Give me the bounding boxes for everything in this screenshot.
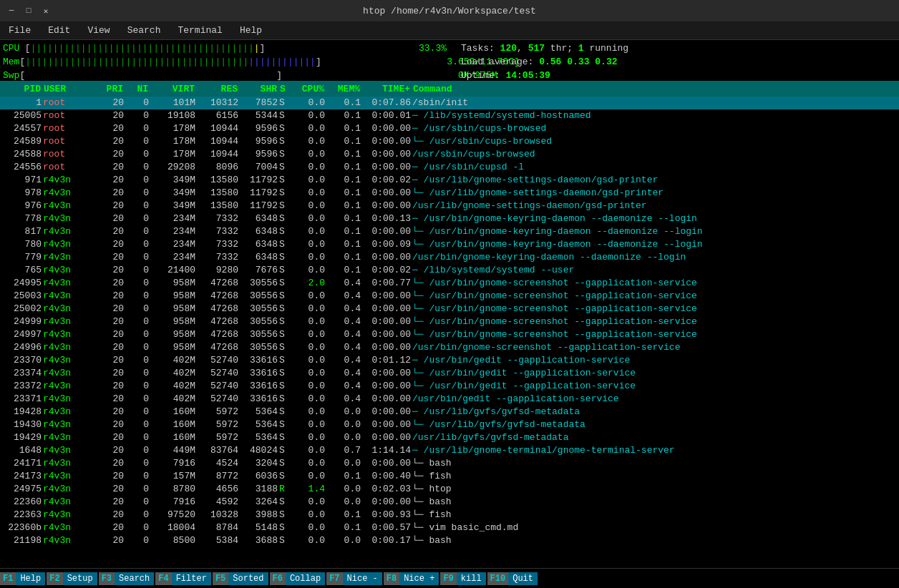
table-row[interactable]: 779 r4v3n 20 0 234M 7332 6348 S 0.0 0.1 … (0, 251, 899, 264)
swp-label: Swp (3, 69, 19, 82)
fn-label-F9[interactable]: kill (457, 572, 486, 585)
table-row[interactable]: 19428 r4v3n 20 0 160M 5972 5364 S 0.0 0.… (0, 406, 899, 418)
table-row[interactable]: 24171 r4v3n 20 0 7916 4524 3204 S 0.0 0.… (0, 457, 899, 470)
minimize-btn[interactable]: ─ (6, 5, 17, 16)
header-s[interactable]: S (278, 84, 290, 94)
mem-label: Mem (3, 55, 19, 69)
table-row[interactable]: 22363 r4v3n 20 0 97520 10328 3988 S 0.0 … (0, 509, 899, 521)
fn-label-F1[interactable]: Help (16, 572, 45, 585)
load-line: Load average: 0.56 0.33 0.32 (461, 55, 896, 69)
fn-key-F3[interactable]: F3 (99, 572, 115, 585)
process-list: 1 root 20 0 101M 10312 7852 S 0.0 0.1 0:… (0, 97, 899, 568)
table-row[interactable]: 1648 r4v3n 20 0 449M 83764 48024 S 0.0 0… (0, 444, 899, 457)
table-row[interactable]: 24589 root 20 0 178M 10944 9596 S 0.0 0.… (0, 135, 899, 148)
maximize-btn[interactable]: □ (23, 5, 34, 16)
table-row[interactable]: 976 r4v3n 20 0 349M 13580 11792 S 0.0 0.… (0, 200, 899, 212)
mem-bar-green: |||||||||||||||||||||||||||||||||||||||| (25, 55, 248, 69)
fn-key-F8[interactable]: F8 (384, 572, 399, 585)
table-row[interactable]: 24975 r4v3n 20 0 8780 4656 3188 R 1.4 0.… (0, 483, 899, 496)
tasks-num1: 120 (500, 41, 517, 55)
table-row[interactable]: 19429 r4v3n 20 0 160M 5972 5364 S 0.0 0.… (0, 431, 899, 444)
fn-key-F5[interactable]: F5 (213, 572, 228, 585)
table-row[interactable]: 765 r4v3n 20 0 21400 9280 7676 S 0.0 0.1… (0, 264, 899, 277)
menu-edit[interactable]: Edit (45, 24, 73, 37)
fn-key-F10[interactable]: F10 (487, 572, 509, 585)
fn-key-F6[interactable]: F6 (270, 572, 286, 585)
table-row[interactable]: 19430 r4v3n 20 0 160M 5972 5364 S 0.0 0.… (0, 418, 899, 431)
fn-label-F8[interactable]: Nice + (399, 572, 439, 585)
header-res[interactable]: RES (196, 84, 239, 94)
header-ni[interactable]: NI (125, 84, 150, 94)
header-user[interactable]: USER (42, 84, 96, 94)
table-row[interactable]: 24173 r4v3n 20 0 157M 8772 6036 S 0.0 0.… (0, 470, 899, 483)
menu-terminal[interactable]: Terminal (175, 24, 225, 37)
table-row[interactable]: 25003 r4v3n 20 0 958M 47268 30556 S 0.0 … (0, 290, 899, 303)
menu-help[interactable]: Help (237, 24, 265, 37)
fn-key-F2[interactable]: F2 (47, 572, 62, 585)
tasks-running-num: 1 (578, 41, 584, 55)
header-cpu[interactable]: CPU% (290, 84, 326, 94)
header-mem[interactable]: MEM% (326, 84, 361, 94)
stats-left: CPU [ ||||||||||||||||||||||||||||||||||… (3, 41, 447, 79)
fn-key-F1[interactable]: F1 (0, 572, 16, 585)
fn-label-F6[interactable]: Collap (286, 572, 325, 585)
table-row[interactable]: 23374 r4v3n 20 0 402M 52740 33616 S 0.0 … (0, 367, 899, 380)
fn-label-F2[interactable]: Setup (63, 572, 97, 585)
table-row[interactable]: 24996 r4v3n 20 0 958M 47268 30556 S 0.0 … (0, 341, 899, 354)
table-row[interactable]: 780 r4v3n 20 0 234M 7332 6348 S 0.0 0.1 … (0, 238, 899, 251)
fn-label-F7[interactable]: Nice - (343, 572, 382, 585)
table-row[interactable]: 23370 r4v3n 20 0 402M 52740 33616 S 0.0 … (0, 354, 899, 367)
header-cmd[interactable]: Command (412, 84, 896, 94)
fn-label-F3[interactable]: Search (115, 572, 154, 585)
table-row[interactable]: 1 root 20 0 101M 10312 7852 S 0.0 0.1 0:… (0, 97, 899, 109)
table-row[interactable]: 25005 root 20 0 19108 6156 5344 S 0.0 0.… (0, 109, 899, 122)
table-row[interactable]: 22360 r4v3n 20 0 7916 4592 3264 S 0.0 0.… (0, 496, 899, 509)
load1: 0.56 (539, 55, 561, 69)
table-header: PID USER PRI NI VIRT RES SHR S CPU% MEM%… (0, 81, 899, 97)
menu-view[interactable]: View (84, 24, 112, 37)
table-row[interactable]: 23371 r4v3n 20 0 402M 52740 33616 S 0.0 … (0, 393, 899, 406)
uptime-line: Uptime: 14:05:39 (461, 69, 896, 82)
table-row[interactable]: 24995 r4v3n 20 0 958M 47268 30556 S 2.0 … (0, 277, 899, 290)
table-row[interactable]: 24997 r4v3n 20 0 958M 47268 30556 S 0.0 … (0, 328, 899, 341)
header-virt[interactable]: VIRT (150, 84, 196, 94)
table-row[interactable]: 25002 r4v3n 20 0 958M 47268 30556 S 0.0 … (0, 303, 899, 315)
table-row[interactable]: 978 r4v3n 20 0 349M 13580 11792 S 0.0 0.… (0, 187, 899, 200)
table-row[interactable]: 23372 r4v3n 20 0 402M 52740 33616 S 0.0 … (0, 380, 899, 393)
mem-stat-line: Mem [ ||||||||||||||||||||||||||||||||||… (3, 55, 447, 69)
cpu-label: CPU (3, 41, 25, 55)
fn-key-F7[interactable]: F7 (326, 572, 342, 585)
table-row[interactable]: 971 r4v3n 20 0 349M 13580 11792 S 0.0 0.… (0, 174, 899, 187)
cpu-bar-green: |||||||||||||||||||||||||||||||||||||||| (31, 41, 254, 55)
mem-bar-blue: |||||||||||| (248, 55, 316, 69)
close-btn[interactable]: ✕ (40, 5, 52, 16)
tasks-line: Tasks: 120 , 517 thr; 1 running (461, 41, 896, 55)
table-row[interactable]: 817 r4v3n 20 0 234M 7332 6348 S 0.0 0.1 … (0, 225, 899, 238)
load5: 0.33 (567, 55, 589, 69)
window-title: htop /home/r4v3n/Workspace/test (63, 6, 836, 16)
title-bar: ─ □ ✕ htop /home/r4v3n/Workspace/test (0, 0, 899, 21)
menu-file[interactable]: File (6, 24, 34, 37)
fn-label-F5[interactable]: Sorted (228, 572, 268, 585)
header-pid[interactable]: PID (3, 84, 42, 94)
load15: 0.32 (595, 55, 617, 69)
swp-bar-empty (25, 69, 276, 82)
table-row[interactable]: 21198 r4v3n 20 0 8500 5384 3688 S 0.0 0.… (0, 534, 899, 547)
fn-label-F4[interactable]: Filter (172, 572, 211, 585)
header-pri[interactable]: PRI (96, 84, 125, 94)
fn-label-F10[interactable]: Quit (508, 572, 538, 585)
fn-key-F4[interactable]: F4 (155, 572, 171, 585)
header-shr[interactable]: SHR (239, 84, 278, 94)
table-row[interactable]: 24999 r4v3n 20 0 958M 47268 30556 S 0.0 … (0, 315, 899, 328)
table-row[interactable]: 24588 root 20 0 178M 10944 9596 S 0.0 0.… (0, 148, 899, 161)
table-row[interactable]: 778 r4v3n 20 0 234M 7332 6348 S 0.0 0.1 … (0, 212, 899, 225)
menu-search[interactable]: Search (125, 24, 164, 37)
table-row[interactable]: 22360b r4v3n 20 0 18004 8784 5148 S 0.0 … (0, 521, 899, 534)
table-row[interactable]: 24557 root 20 0 178M 10944 9596 S 0.0 0.… (0, 122, 899, 135)
swp-stat-line: Swp [ ] 0K/975M (3, 69, 447, 82)
menu-bar: File Edit View Search Terminal Help (0, 21, 899, 40)
function-bar: F1HelpF2SetupF3SearchF4FilterF5SortedF6C… (0, 568, 899, 588)
header-time[interactable]: TIME+ (361, 84, 412, 94)
table-row[interactable]: 24556 root 20 0 29208 8096 7004 S 0.0 0.… (0, 161, 899, 174)
fn-key-F9[interactable]: F9 (440, 572, 456, 585)
